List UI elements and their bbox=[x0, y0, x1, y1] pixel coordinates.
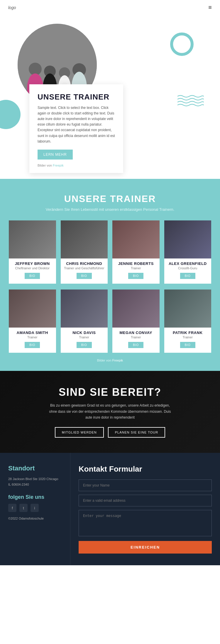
trainer-role: Trainer bbox=[164, 335, 211, 339]
footer-location-title: Standort bbox=[8, 465, 62, 472]
hero-section: UNSERE TRAINER Sample text. Click to sel… bbox=[0, 15, 220, 179]
hero-card: UNSERE TRAINER Sample text. Click to sel… bbox=[29, 84, 123, 173]
hero-title: UNSERE TRAINER bbox=[38, 93, 115, 102]
trainer-bio-button[interactable]: BIO bbox=[25, 273, 40, 279]
trainer-role: Trainer bbox=[112, 266, 160, 270]
trainer-photo bbox=[9, 290, 56, 328]
trainer-bio-button[interactable]: BIO bbox=[128, 342, 143, 348]
facebook-icon[interactable]: f bbox=[8, 504, 16, 512]
trainer-card: ALEX GREENFIELD Crossfit-Guru BIO bbox=[164, 220, 211, 284]
trainer-card: AMANDA SMITH Trainer BIO bbox=[9, 290, 56, 353]
trainer-name: AMANDA SMITH bbox=[11, 330, 54, 335]
trainer-photo bbox=[112, 290, 160, 328]
trainer-role: Trainer bbox=[9, 335, 56, 339]
trainer-name: JEFFREY BROWN bbox=[11, 261, 54, 266]
footer-email: ©2022 Odamsfotoschule bbox=[8, 517, 62, 520]
trainer-photo bbox=[61, 220, 108, 258]
footer-address: 28 Jackson Blvd Ste 1020 Chicago IL 6060… bbox=[8, 476, 62, 487]
trainer-bio-button[interactable]: BIO bbox=[77, 342, 92, 348]
hero-credit: Bilder von Freepik bbox=[38, 164, 115, 167]
trainer-card: NICK DAVIS Trainer BIO bbox=[61, 290, 108, 353]
trainer-bio-button[interactable]: BIO bbox=[180, 273, 195, 279]
trainer-photo bbox=[61, 290, 108, 328]
decorative-waves bbox=[177, 94, 204, 109]
hero-description: Sample text. Click to select the text bo… bbox=[38, 105, 115, 144]
trainer-bio-button[interactable]: BIO bbox=[25, 342, 40, 348]
trainer-bio-button[interactable]: BIO bbox=[77, 273, 92, 279]
contact-email-input[interactable] bbox=[79, 495, 212, 506]
trainer-name: MEGAN CONVAY bbox=[115, 330, 157, 335]
trainers-title: UNSERE TRAINER bbox=[9, 193, 211, 204]
trainer-card: JENNIE ROBERTS Trainer BIO bbox=[112, 220, 160, 284]
footer: Standort 28 Jackson Blvd Ste 1020 Chicag… bbox=[0, 453, 220, 565]
trainer-name: PATRIK FRANK bbox=[167, 330, 209, 335]
trainer-name: CHRIS RICHMOND bbox=[63, 261, 106, 266]
trainer-name: JENNIE ROBERTS bbox=[115, 261, 157, 266]
trainer-card: CHRIS RICHMOND Trainer und Geschäftsführ… bbox=[61, 220, 108, 284]
trainer-bio-button[interactable]: BIO bbox=[180, 342, 195, 348]
contact-form: EINREICHEN bbox=[79, 479, 212, 554]
social-icons: f t i bbox=[8, 504, 62, 512]
cta-membership-button[interactable]: MITGLIED WERDEN bbox=[55, 427, 104, 438]
cta-section: SIND SIE BEREIT? Bis zu einem gewissen G… bbox=[0, 371, 220, 453]
cta-tour-button[interactable]: PLANEN SIE EINE TOUR bbox=[108, 427, 165, 438]
decorative-circle-top bbox=[170, 32, 194, 56]
footer-right: Kontakt Formular EINREICHEN bbox=[70, 453, 220, 565]
contact-message-input[interactable] bbox=[79, 510, 212, 536]
trainer-role: Trainer bbox=[61, 335, 108, 339]
instagram-icon[interactable]: i bbox=[31, 504, 39, 512]
trainer-card: MEGAN CONVAY Trainer BIO bbox=[112, 290, 160, 353]
trainer-role: Crossfit-Guru bbox=[164, 266, 211, 270]
trainer-photo bbox=[9, 220, 56, 258]
trainer-card: JEFFREY BROWN Cheftrainer und Direktor B… bbox=[9, 220, 56, 284]
footer-social-title: folgen Sie uns bbox=[8, 494, 62, 500]
cta-buttons: MITGLIED WERDEN PLANEN SIE EINE TOUR bbox=[55, 427, 165, 438]
trainers-section: UNSERE TRAINER Verändern Sie Ihren Leben… bbox=[0, 179, 220, 371]
hero-cta-button[interactable]: LERN MEHR bbox=[38, 150, 73, 160]
footer-left: Standort 28 Jackson Blvd Ste 1020 Chicag… bbox=[0, 453, 70, 565]
trainer-photo bbox=[164, 220, 211, 258]
twitter-icon[interactable]: t bbox=[19, 504, 28, 512]
hamburger-menu[interactable]: ≡ bbox=[208, 4, 212, 11]
address-line2: IL 60604-2340 bbox=[8, 482, 62, 487]
trainer-name: ALEX GREENFIELD bbox=[167, 261, 209, 266]
contact-name-input[interactable] bbox=[79, 479, 212, 491]
contact-form-title: Kontakt Formular bbox=[79, 465, 212, 474]
trainer-role: Trainer und Geschäftsführer bbox=[61, 266, 108, 270]
logo: logo bbox=[8, 5, 16, 10]
trainer-card: PATRIK FRANK Trainer BIO bbox=[164, 290, 211, 353]
trainers-grid-row2: AMANDA SMITH Trainer BIO NICK DAVIS Trai… bbox=[9, 290, 211, 353]
trainer-photo bbox=[164, 290, 211, 328]
contact-submit-button[interactable]: EINREICHEN bbox=[79, 541, 212, 554]
trainers-freepik-link[interactable]: Freepik bbox=[112, 359, 123, 362]
cta-title: SIND SIE BEREIT? bbox=[59, 386, 161, 398]
address-line1: 28 Jackson Blvd Ste 1020 Chicago bbox=[8, 476, 62, 482]
freepik-link[interactable]: Freepik bbox=[53, 164, 64, 167]
trainers-subtitle: Verändern Sie Ihren Lebensstil mit unser… bbox=[9, 207, 211, 212]
decorative-circle-left bbox=[0, 100, 21, 129]
header: logo ≡ bbox=[0, 0, 220, 15]
trainer-bio-button[interactable]: BIO bbox=[128, 273, 143, 279]
cta-description: Bis zu einem gewissen Grad ist es uns ge… bbox=[48, 402, 172, 420]
trainer-role: Trainer bbox=[112, 335, 160, 339]
trainer-role: Cheftrainer und Direktor bbox=[9, 266, 56, 270]
trainer-photo bbox=[112, 220, 160, 258]
trainers-grid-row1: JEFFREY BROWN Cheftrainer und Direktor B… bbox=[9, 220, 211, 284]
trainers-credit: Bilder von Freepik bbox=[9, 359, 211, 362]
trainer-name: NICK DAVIS bbox=[63, 330, 106, 335]
